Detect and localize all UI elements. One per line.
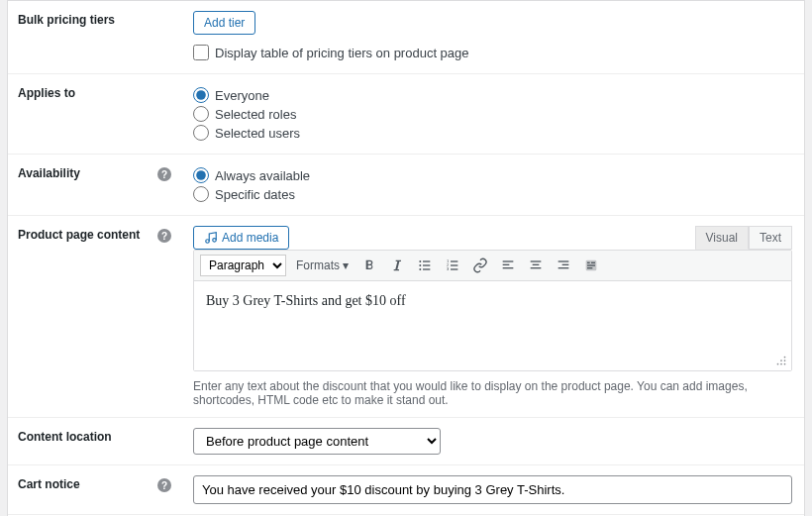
svg-rect-24 [587, 262, 590, 263]
cart-notice-label: Cart notice [18, 477, 80, 491]
svg-rect-20 [558, 260, 569, 261]
content-location-select[interactable]: Before product page content [193, 428, 441, 455]
applies-roles-radio[interactable] [193, 106, 209, 122]
svg-point-1 [213, 239, 217, 243]
cart-notice-input[interactable] [193, 475, 792, 504]
svg-rect-26 [587, 264, 595, 265]
svg-rect-9 [451, 260, 457, 261]
bulk-pricing-label: Bulk pricing tiers [18, 13, 115, 27]
avail-specific-radio[interactable] [193, 186, 209, 202]
editor-toolbar: Paragraph Formats ▾ 123 [194, 251, 791, 281]
product-content-label: Product page content [18, 228, 140, 242]
svg-rect-14 [503, 260, 514, 261]
avail-always-label: Always available [215, 168, 310, 183]
applies-users-label: Selected users [215, 126, 300, 141]
align-center-icon[interactable] [525, 255, 547, 276]
toolbar-toggle-icon[interactable] [580, 255, 602, 276]
help-icon[interactable]: ? [157, 229, 171, 243]
add-media-button[interactable]: Add media [193, 226, 289, 250]
add-tier-button[interactable]: Add tier [193, 11, 255, 35]
svg-rect-7 [423, 268, 430, 269]
svg-point-32 [780, 363, 782, 365]
svg-rect-3 [423, 260, 430, 261]
help-icon[interactable]: ? [157, 478, 171, 492]
svg-point-30 [784, 360, 786, 361]
applies-everyone-radio[interactable] [193, 87, 209, 103]
align-left-icon[interactable] [497, 255, 519, 276]
tab-visual[interactable]: Visual [695, 226, 749, 250]
italic-icon[interactable] [386, 255, 408, 276]
avail-specific-label: Specific dates [215, 187, 295, 202]
numbered-list-icon[interactable]: 123 [442, 255, 463, 276]
svg-text:3: 3 [447, 266, 450, 271]
svg-rect-19 [531, 267, 542, 268]
paragraph-select[interactable]: Paragraph [200, 255, 286, 276]
svg-rect-25 [591, 262, 595, 263]
svg-rect-22 [558, 267, 569, 268]
svg-point-31 [777, 363, 779, 365]
applies-roles-label: Selected roles [215, 107, 296, 122]
svg-point-33 [784, 363, 786, 365]
align-right-icon[interactable] [553, 255, 574, 276]
tab-text[interactable]: Text [749, 226, 792, 250]
display-table-label: Display table of pricing tiers on produc… [215, 46, 469, 60]
link-icon[interactable] [469, 255, 491, 276]
applies-everyone-label: Everyone [215, 88, 269, 103]
svg-point-4 [420, 264, 422, 266]
editor-content[interactable]: Buy 3 Grey T-Shirts and get $10 off [194, 281, 791, 370]
help-icon[interactable]: ? [157, 167, 171, 181]
svg-rect-17 [531, 260, 542, 261]
svg-rect-11 [451, 264, 457, 265]
svg-rect-13 [451, 268, 457, 269]
svg-point-6 [420, 268, 422, 270]
svg-rect-27 [587, 267, 592, 268]
svg-rect-18 [533, 264, 540, 265]
formats-dropdown[interactable]: Formats ▾ [292, 258, 353, 272]
applies-to-label: Applies to [18, 86, 75, 100]
svg-rect-5 [423, 264, 430, 265]
resize-handle-icon[interactable] [774, 354, 788, 367]
svg-rect-21 [562, 264, 569, 265]
svg-point-0 [206, 240, 210, 244]
svg-rect-16 [503, 267, 514, 268]
svg-point-2 [420, 260, 422, 262]
avail-always-radio[interactable] [193, 167, 209, 183]
content-location-label: Content location [18, 430, 112, 444]
content-help-text: Enter any text about the discount that y… [193, 379, 792, 407]
svg-point-28 [784, 357, 786, 359]
display-table-checkbox[interactable] [193, 45, 209, 60]
bold-icon[interactable] [358, 255, 380, 276]
applies-users-radio[interactable] [193, 125, 209, 141]
bullet-list-icon[interactable] [414, 255, 436, 276]
availability-label: Availability [18, 166, 80, 180]
svg-rect-15 [503, 264, 510, 265]
music-note-icon [204, 231, 218, 245]
svg-point-29 [780, 360, 782, 361]
